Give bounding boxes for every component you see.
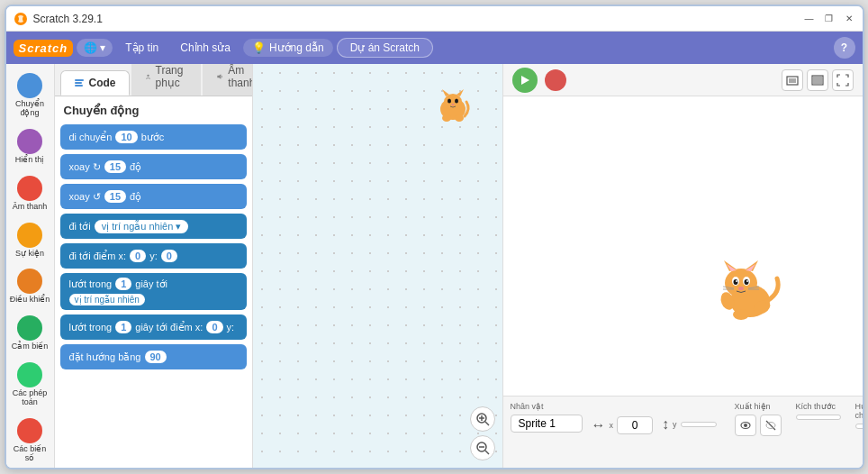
- block-move[interactable]: di chuyển 10 bước: [60, 124, 247, 150]
- block-rotate-cw[interactable]: xoay ↻ 15 độ: [60, 154, 247, 179]
- tutorials-menu[interactable]: 💡 Hướng dẫn: [243, 39, 333, 57]
- block-goto-x-value[interactable]: 0: [130, 250, 146, 262]
- sound-label: Âm thanh: [13, 203, 48, 212]
- y-label: y: [673, 420, 677, 429]
- sidebar-item-operators[interactable]: Các phép toán: [7, 359, 52, 411]
- blocks-tab-bar: Code Trang phục Âm thanh: [55, 64, 252, 96]
- window-title: Scratch 3.29.1: [33, 13, 103, 25]
- y-value-box[interactable]: [681, 422, 717, 427]
- sidebar-item-events[interactable]: Sự kiện: [7, 219, 52, 262]
- zoom-in-button[interactable]: [470, 406, 495, 432]
- x-coord-section: ↔ x 0: [592, 416, 654, 434]
- code-area: [253, 64, 502, 468]
- block-rotate-ccw-value[interactable]: 15: [104, 190, 126, 203]
- blocks-panel-header: Chuyển động: [55, 96, 252, 121]
- tab-costumes[interactable]: Trang phục: [131, 64, 202, 96]
- x-value-box[interactable]: 0: [617, 416, 653, 434]
- x-label: x: [610, 421, 614, 430]
- sidebar-item-control[interactable]: Điều khiển: [7, 265, 52, 308]
- block-goto-y-value[interactable]: 0: [161, 250, 177, 262]
- hide-button[interactable]: [760, 415, 782, 436]
- motion-dot: [17, 73, 42, 98]
- large-stage-icon: [811, 74, 824, 87]
- show-label: Xuất hiện: [735, 402, 782, 411]
- bulb-icon: 💡: [252, 41, 266, 54]
- maximize-button[interactable]: ❐: [823, 13, 836, 25]
- title-bar-left: Scratch 3.29.1: [14, 12, 103, 26]
- svg-rect-1: [75, 79, 84, 81]
- svg-point-12: [442, 114, 451, 122]
- sidebar-item-variables[interactable]: Các biến số: [7, 415, 52, 467]
- stage-controls-btns: [512, 68, 566, 93]
- edit-menu[interactable]: Chỉnh sửa: [171, 38, 240, 58]
- block-glide-y-label2: y:: [227, 322, 235, 333]
- svg-point-11: [451, 104, 454, 105]
- sidebar-item-sound[interactable]: Âm thanh: [7, 172, 52, 215]
- block-glide-xy[interactable]: lướt trong 1 giây tới điểm x: 0 y:: [60, 314, 247, 340]
- block-goto-dropdown[interactable]: vị trí ngẫu nhiên ▾: [95, 220, 189, 233]
- y-coord-section: ↕ y: [662, 416, 717, 433]
- block-set-dir-value[interactable]: 90: [145, 351, 167, 363]
- globe-arrow-icon: ▾: [100, 41, 105, 54]
- large-stage-button[interactable]: [807, 69, 828, 91]
- y-coord-row: ↕ y: [662, 416, 717, 433]
- minimize-button[interactable]: —: [803, 13, 816, 25]
- close-button[interactable]: ✕: [843, 13, 855, 25]
- block-goto-xy[interactable]: đi tới điểm x: 0 y: 0: [60, 243, 247, 269]
- tab-sounds[interactable]: Âm thanh: [203, 64, 252, 96]
- file-menu[interactable]: Tập tin: [116, 38, 167, 58]
- svg-rect-2: [75, 82, 82, 84]
- visibility-icons: [735, 415, 782, 436]
- y-arrows-icon: ↕: [662, 416, 669, 433]
- block-glide-dropdown[interactable]: vị trí ngẫu nhiên: [69, 294, 145, 305]
- green-flag-button[interactable]: [512, 68, 538, 93]
- project-name[interactable]: Dự án Scratch: [337, 38, 433, 58]
- bottom-panel: Nhân vật Sprite 1 ↔ x 0 ↕ y: [503, 396, 863, 468]
- block-glide-value[interactable]: 1: [115, 278, 131, 290]
- events-dot: [17, 223, 42, 248]
- blocks-list: di chuyển 10 bước xoay ↻ 15 độ xoay ↺ 15…: [55, 121, 252, 468]
- block-glide-xy-unit: giây tới điểm x:: [135, 322, 203, 333]
- svg-rect-3: [75, 85, 83, 87]
- language-menu[interactable]: 🌐 ▾: [77, 39, 113, 57]
- direction-label: Hướng di chuyển: [855, 402, 863, 420]
- visible-section: Xuất hiện: [735, 402, 782, 436]
- svg-rect-23: [789, 78, 796, 83]
- fullscreen-button[interactable]: [832, 69, 854, 91]
- show-button[interactable]: [735, 415, 756, 436]
- sprite-name-input[interactable]: Sprite 1: [511, 415, 583, 433]
- block-move-value[interactable]: 10: [115, 131, 137, 143]
- sidebar-item-sensing[interactable]: Cảm biến: [7, 312, 52, 355]
- block-rotate-cw-value[interactable]: 15: [104, 160, 126, 173]
- direction-value-box[interactable]: [855, 424, 863, 429]
- looks-dot: [17, 129, 42, 154]
- sidebar-item-motion[interactable]: Chuyển động: [7, 69, 52, 122]
- help-button[interactable]: ?: [834, 37, 855, 59]
- sound-dot: [17, 176, 42, 201]
- scratch-icon: [14, 12, 28, 26]
- block-glide-xy-value[interactable]: 1: [115, 321, 131, 333]
- tab-code[interactable]: Code: [60, 70, 130, 96]
- block-rotate-ccw[interactable]: xoay ↺ 15 độ: [60, 184, 247, 209]
- zoom-controls: [470, 406, 495, 460]
- small-stage-button[interactable]: [782, 69, 803, 91]
- stage-cat-sprite: [710, 251, 791, 324]
- block-goto-random[interactable]: đi tới vị trí ngẫu nhiên ▾: [60, 214, 247, 239]
- operators-label: Các phép toán: [9, 389, 50, 407]
- main-window: Scratch 3.29.1 — ❐ ✕ Scratch 🌐 ▾ Tập tin…: [5, 5, 864, 469]
- x-arrows-icon: ↔: [592, 417, 606, 433]
- block-set-direction[interactable]: đặt hướng bằng 90: [60, 344, 247, 369]
- zoom-out-button[interactable]: [470, 435, 495, 460]
- size-value-box[interactable]: [796, 415, 841, 420]
- svg-point-47: [744, 424, 747, 427]
- stop-button[interactable]: [545, 69, 566, 91]
- block-glide-label: lướt trong: [69, 278, 113, 290]
- block-goto-y-label: y:: [149, 251, 158, 261]
- svg-line-19: [485, 451, 489, 454]
- block-move-unit: bước: [141, 132, 165, 143]
- block-glide-unit: giây tới: [135, 278, 167, 290]
- size-section: Kích thước: [796, 402, 841, 420]
- sidebar-item-looks[interactable]: Hiển thị: [7, 125, 52, 169]
- block-glide-random[interactable]: lướt trong 1 giây tới vị trí ngẫu nhiên: [60, 273, 247, 310]
- block-glide-x-value[interactable]: 0: [206, 321, 222, 333]
